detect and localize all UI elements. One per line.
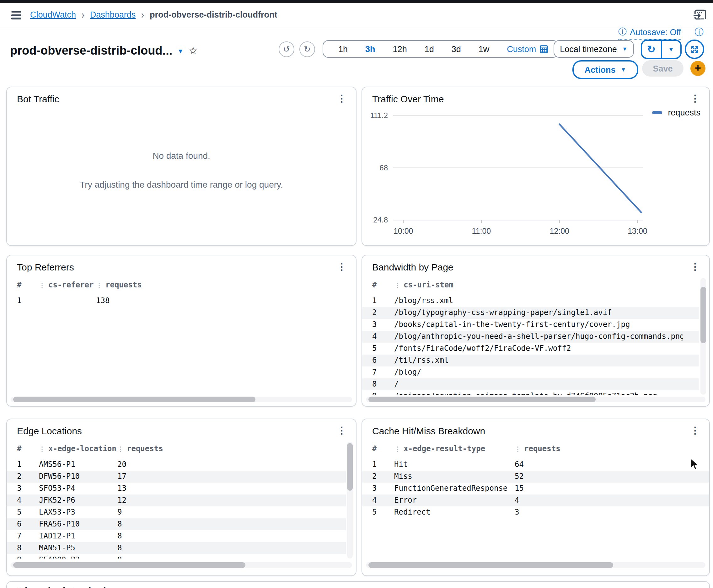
- widget-menu-icon[interactable]: ⋮: [688, 260, 702, 274]
- table-row: 1Hit64: [362, 459, 709, 471]
- widget-title: Top Referrers: [17, 262, 74, 272]
- table-cell: AMS56-P1: [39, 459, 118, 471]
- table-cell: 9: [362, 390, 394, 395]
- table-row: 2/blog/typography-css-wrapping-paper/sin…: [362, 307, 699, 319]
- table-cell: Hit: [394, 459, 515, 471]
- scrollbar-thumb[interactable]: [369, 562, 613, 568]
- hamburger-menu-icon[interactable]: [11, 11, 21, 19]
- refresh-split-button: ↻ ▼: [641, 40, 681, 59]
- horizontal-scrollbar: [11, 397, 352, 402]
- table-cell: /blog/anthropic-you-need-a-shell-parser/…: [394, 331, 683, 343]
- table-cell: 3: [7, 483, 39, 495]
- autosave-toggle[interactable]: ⓘ Autosave: Off: [618, 26, 681, 40]
- table-cell: 15: [515, 483, 640, 495]
- widget-menu-icon[interactable]: ⋮: [335, 260, 349, 274]
- refresh-options-caret[interactable]: ▼: [662, 41, 680, 58]
- undo-button[interactable]: ↺: [279, 41, 294, 57]
- log-table: #⋮cs-uri-stem1/blog/rss.xml2/blog/typogr…: [362, 278, 699, 395]
- calendar-icon[interactable]: [540, 45, 548, 53]
- column-header[interactable]: ⋮x-edge-location: [39, 442, 118, 456]
- table-cell: 64: [515, 459, 640, 471]
- table-cell: 5: [7, 506, 39, 518]
- widget-menu-icon[interactable]: ⋮: [688, 586, 702, 588]
- column-header[interactable]: ⋮requests: [515, 442, 640, 456]
- favorite-star-icon[interactable]: ☆: [189, 46, 198, 56]
- table-cell: 1: [362, 295, 394, 307]
- timezone-dropdown[interactable]: Local timezone ▼: [553, 40, 634, 58]
- table-row: 4Error4: [362, 495, 709, 506]
- add-widget-button[interactable]: +: [690, 61, 706, 76]
- cloudwatch-dashboard-page: CloudWatch › Dashboards › prod-obverse-d…: [0, 0, 713, 588]
- chart-legend[interactable]: requests: [652, 108, 700, 117]
- actions-button[interactable]: Actions ▼: [572, 60, 638, 79]
- column-header-label: #: [17, 280, 21, 289]
- empty-state-line2: Try adjusting the dashboard time range o…: [75, 176, 288, 193]
- scrollbar-thumb[interactable]: [700, 287, 706, 343]
- time-range-1d[interactable]: 1d: [416, 44, 443, 54]
- refresh-button[interactable]: ↻: [642, 41, 662, 58]
- column-separator-icon: ⋮: [39, 445, 45, 453]
- cloudshell-terminal-icon[interactable]: [693, 9, 707, 22]
- widget-top-referrers: Top Referrers ⋮ #⋮cs-referer⋮requests113…: [6, 255, 356, 407]
- table-cell: /til/rss.xml: [394, 355, 683, 366]
- breadcrumb-cloudwatch[interactable]: CloudWatch: [30, 10, 76, 19]
- time-range-3d[interactable]: 3d: [443, 44, 470, 54]
- expand-arrows-icon: [690, 45, 699, 54]
- table-cell: 8: [118, 518, 243, 530]
- column-header[interactable]: ⋮requests: [118, 442, 243, 456]
- column-header[interactable]: #: [7, 278, 39, 292]
- save-button[interactable]: Save: [642, 60, 684, 77]
- table-cell: JFK52-P6: [39, 495, 118, 506]
- column-separator-icon: ⋮: [118, 445, 124, 453]
- breadcrumb-dashboards[interactable]: Dashboards: [90, 10, 136, 19]
- time-range-1w[interactable]: 1w: [470, 44, 498, 54]
- time-range-1h[interactable]: 1h: [330, 44, 356, 54]
- breadcrumb: CloudWatch › Dashboards › prod-obverse-d…: [30, 10, 277, 19]
- column-header-label: requests: [524, 444, 561, 453]
- table-cell: 8: [362, 378, 394, 390]
- table-cell: /ogimage/equation-ogimage-template-by-d7…: [394, 390, 683, 395]
- table-row: 5/fonts/FiraCode/woff2/FiraCode-VF.woff2: [362, 343, 699, 355]
- column-header[interactable]: ⋮cs-uri-stem: [394, 278, 683, 292]
- widget-menu-icon[interactable]: ⋮: [688, 424, 702, 437]
- time-range-3h-selected[interactable]: 3h: [356, 44, 384, 54]
- table-cell: /blog/rss.xml: [394, 295, 683, 307]
- table-cell: FunctionGeneratedResponse: [394, 483, 515, 495]
- column-header[interactable]: ⋮cs-referer: [39, 278, 96, 292]
- column-header[interactable]: #: [362, 442, 394, 456]
- widget-menu-icon[interactable]: ⋮: [335, 91, 349, 105]
- table-cell: 5: [362, 343, 394, 355]
- table-cell: 1: [362, 459, 394, 471]
- column-separator-icon: ⋮: [394, 282, 400, 289]
- table-cell: Redirect: [394, 506, 515, 518]
- table-cell: /blog/: [394, 366, 683, 378]
- title-dropdown-caret-icon[interactable]: ▼: [177, 47, 184, 54]
- column-header-label: #: [372, 444, 377, 453]
- column-header[interactable]: #: [7, 442, 39, 456]
- scrollbar-thumb[interactable]: [347, 443, 353, 491]
- scrollbar-thumb[interactable]: [13, 562, 246, 568]
- breadcrumb-separator-icon: ›: [141, 9, 144, 21]
- info-icon[interactable]: ⓘ: [694, 26, 704, 38]
- table-cell: 4: [7, 495, 39, 506]
- column-header[interactable]: ⋮x-edge-result-type: [394, 442, 515, 456]
- table-cell: SFO53-P4: [39, 483, 118, 495]
- widget-title: Edge Locations: [17, 425, 82, 436]
- column-header[interactable]: #: [362, 278, 394, 292]
- table-row: 2Miss52: [362, 471, 709, 483]
- table-cell: /books/capital-in-the-twenty-first-centu…: [394, 319, 683, 331]
- table-header-row: #⋮cs-uri-stem: [362, 278, 699, 292]
- column-header[interactable]: ⋮requests: [96, 278, 222, 292]
- table-cell: Miss: [394, 471, 515, 483]
- scrollbar-thumb[interactable]: [13, 397, 255, 402]
- svg-text:24.8: 24.8: [373, 215, 388, 224]
- dashboard-title-row: prod-obverse-distrib-cloud... ▼ ☆: [10, 44, 198, 58]
- table-row: 3FunctionGeneratedResponse15: [362, 483, 709, 495]
- widget-title: Bot Traffic: [17, 93, 59, 104]
- redo-button[interactable]: ↻: [299, 41, 315, 57]
- time-range-custom[interactable]: Custom: [498, 44, 540, 54]
- widget-menu-icon[interactable]: ⋮: [335, 424, 349, 437]
- fullscreen-button[interactable]: [685, 40, 704, 59]
- scrollbar-thumb[interactable]: [369, 397, 596, 402]
- time-range-12h[interactable]: 12h: [384, 44, 416, 54]
